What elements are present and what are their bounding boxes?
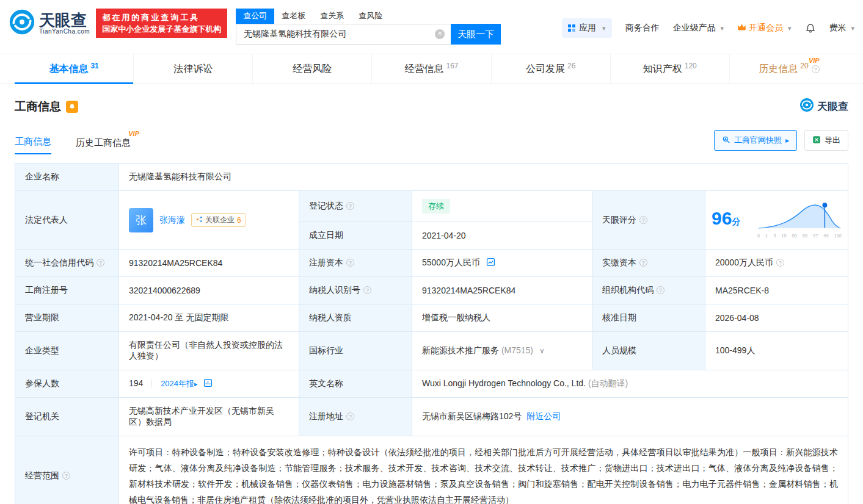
help-icon[interactable] <box>639 216 647 224</box>
subtab-history-business-info[interactable]: VIP 历史工商信息 <box>76 137 131 154</box>
nearby-companies-link[interactable]: 附近公司 <box>526 411 561 421</box>
legal-rep-avatar[interactable]: 张 <box>129 208 153 232</box>
chevron-down-icon[interactable] <box>539 345 545 355</box>
table-row: 登记机关 无锡高新技术产业开发区（无锡市新吴区）数据局 注册地址 无锡市新吴区锡… <box>15 398 848 436</box>
paid-capital-label: 实缴资本 <box>592 250 705 277</box>
help-icon[interactable] <box>346 412 354 420</box>
tianyancha-watermark: 天眼查 <box>799 98 848 115</box>
capital-trend-icon[interactable] <box>486 259 495 268</box>
tab-operating-risk[interactable]: 经营风险 <box>252 54 371 84</box>
tab-company-development[interactable]: 公司发展 26 <box>491 54 610 84</box>
promo-line-1: 都在用的商业查询工具 <box>102 12 221 23</box>
tab-intellectual-property[interactable]: 知识产权 120 <box>610 54 729 84</box>
org-code-label: 组织机构代码 <box>592 277 705 304</box>
header: 天眼查 TianYanCha.com 都在用的商业查询工具 国家中小企业发展子基… <box>0 0 863 54</box>
search-area: 查公司 查老板 查关系 查风险 天眼一下 <box>236 9 501 45</box>
watermark-brand: 天眼查 <box>817 99 848 113</box>
score-value: 96分 <box>712 209 740 231</box>
tab-operating-info[interactable]: 经营信息 167 <box>371 54 490 84</box>
company-name-value: 无锡隆基氢能科技有限公司 <box>119 164 848 191</box>
subtab-business-info[interactable]: 工商信息 <box>15 136 51 154</box>
industry-value: 新能源技术推广服务 (M7515) <box>412 332 592 370</box>
reg-capital-label: 注册资本 <box>299 250 412 277</box>
related-companies-badge[interactable]: 关联企业 6 <box>191 213 246 227</box>
org-code-value: MA25RCEK-8 <box>705 277 848 304</box>
staff-size-value: 100-499人 <box>705 332 848 370</box>
insured-trend-icon[interactable] <box>203 380 213 389</box>
apps-label: 应用 <box>579 23 596 34</box>
reg-number-value: 320214000622689 <box>119 277 299 304</box>
help-icon[interactable] <box>96 259 104 267</box>
table-row: 经营范围 许可项目：特种设备制造；特种设备安装改造修理；特种设备设计（依法须经批… <box>15 436 848 504</box>
legal-rep-cell: 张 张海濛 关联企业 6 <box>119 191 299 250</box>
clear-search-icon[interactable] <box>435 29 445 39</box>
taxpayer-quality-value: 增值税一般纳税人 <box>412 304 592 332</box>
help-icon[interactable] <box>812 65 820 73</box>
nav-enterprise-products[interactable]: 企业级产品 <box>673 23 724 34</box>
logo-title: 天眼查 <box>39 12 90 28</box>
watermark-logo-icon <box>799 98 814 115</box>
tianyancha-logo[interactable]: 天眼查 TianYanCha.com <box>9 9 90 38</box>
tab-basic-info[interactable]: 基本信息 31 <box>15 54 133 84</box>
network-icon <box>196 216 203 225</box>
search-tab-relation[interactable]: 查关系 <box>313 9 351 24</box>
company-name-label: 企业名称 <box>15 164 119 191</box>
subscribe-bell-icon[interactable] <box>66 101 78 113</box>
search-tab-boss[interactable]: 查老板 <box>274 9 313 24</box>
tab-legal-proceedings[interactable]: 法律诉讼 <box>133 54 252 84</box>
tab-history-info[interactable]: VIP 历史信息 20 <box>729 54 848 84</box>
legal-rep-label: 法定代表人 <box>15 191 119 250</box>
help-icon[interactable] <box>346 259 354 267</box>
staff-size-label: 人员规模 <box>592 332 705 370</box>
nav-business-cooperation[interactable]: 商务合作 <box>625 23 660 34</box>
help-icon[interactable] <box>639 259 647 267</box>
business-info-section: 工商信息 天眼查 工商信息 VIP 历史工商信息 <box>0 98 863 504</box>
table-row: 统一社会信用代码 91320214MA25RCEK84 注册资本 55000万人… <box>15 250 848 277</box>
search-tab-risk[interactable]: 查风险 <box>351 9 390 24</box>
table-row: 企业名称 无锡隆基氢能科技有限公司 <box>15 164 848 191</box>
apps-menu[interactable]: 应用 <box>562 18 612 38</box>
section-title: 工商信息 <box>15 99 61 115</box>
establish-date-label: 成立日期 <box>299 222 412 250</box>
official-snapshot-button[interactable]: 工商官网快照 <box>714 130 797 151</box>
notification-bell-icon[interactable] <box>805 23 816 34</box>
business-term-value: 2021-04-20 至 无固定期限 <box>119 304 299 332</box>
apps-grid-icon <box>568 24 575 32</box>
reg-address-value: 无锡市新吴区锡梅路102号 附近公司 <box>412 398 848 436</box>
insured-count-label: 参保人数 <box>15 370 119 398</box>
reg-status-label: 登记状态 <box>299 191 412 222</box>
help-icon[interactable] <box>363 286 371 294</box>
reg-address-label: 注册地址 <box>299 398 412 436</box>
score-axis: 0131550859799100 <box>757 233 842 239</box>
auto-translate-note: (自动翻译) <box>588 378 628 388</box>
table-row: 工商注册号 320214000622689 纳税人识别号 91320214MA2… <box>15 277 848 304</box>
paid-capital-value: 20000万人民币 <box>705 250 848 277</box>
insured-count-value: 194 2024年报 <box>119 370 299 398</box>
taxpayer-quality-label: 纳税人资质 <box>299 304 412 332</box>
search-tab-company[interactable]: 查公司 <box>236 9 274 24</box>
business-scope-value: 许可项目：特种设备制造；特种设备安装改造修理；特种设备设计（依法须经批准的项目，… <box>119 436 848 504</box>
help-icon[interactable] <box>657 286 665 294</box>
help-icon[interactable] <box>346 202 354 210</box>
help-icon[interactable] <box>776 259 784 267</box>
taxpayer-id-label: 纳税人识别号 <box>299 277 412 304</box>
establish-date-value: 2021-04-20 <box>412 222 592 250</box>
search-box <box>236 24 451 45</box>
help-icon[interactable] <box>62 472 70 480</box>
subtab-row: 工商信息 VIP 历史工商信息 工商官网快照 导出 <box>15 130 848 154</box>
user-menu[interactable]: 费米 <box>829 23 854 34</box>
annual-report-link[interactable]: 2024年报 <box>161 379 197 388</box>
english-name-value: Wuxi Longji Hydrogen Technology Co., Ltd… <box>412 370 848 398</box>
status-badge: 存续 <box>422 199 450 214</box>
crown-icon <box>737 23 746 33</box>
promo-banner[interactable]: 都在用的商业查询工具 国家中小企业发展子基金旗下机构 <box>96 9 227 38</box>
search-input[interactable] <box>236 29 435 39</box>
table-row: 营业期限 2021-04-20 至 无固定期限 纳税人资质 增值税一般纳税人 核… <box>15 304 848 332</box>
logo-subtitle: TianYanCha.com <box>39 28 90 35</box>
tianyancha-logo-icon <box>9 9 35 38</box>
nav-open-vip[interactable]: 开通会员 <box>737 23 792 34</box>
legal-rep-name[interactable]: 张海濛 <box>159 215 185 226</box>
export-button[interactable]: 导出 <box>804 130 848 151</box>
search-button[interactable]: 天眼一下 <box>451 24 501 45</box>
reg-authority-label: 登记机关 <box>15 398 119 436</box>
